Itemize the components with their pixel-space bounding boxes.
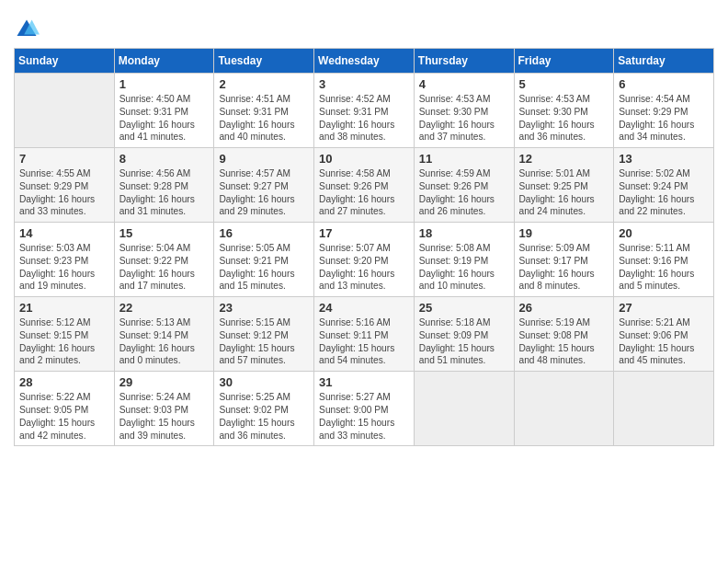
header-day-thursday: Thursday [414,49,514,74]
cell-content: Sunrise: 5:01 AM Sunset: 9:25 PM Dayligh… [519,167,610,218]
week-row-3: 14Sunrise: 5:03 AM Sunset: 9:23 PM Dayli… [15,223,714,297]
week-row-2: 7Sunrise: 4:55 AM Sunset: 9:29 PM Daylig… [15,148,714,223]
logo-icon [14,17,40,42]
day-number: 27 [619,301,710,315]
day-number: 28 [19,375,110,389]
cell-content: Sunrise: 4:54 AM Sunset: 9:29 PM Dayligh… [619,93,710,144]
day-number: 19 [519,226,610,240]
calendar-cell [514,372,614,446]
week-row-4: 21Sunrise: 5:12 AM Sunset: 9:15 PM Dayli… [15,297,714,372]
calendar-cell: 14Sunrise: 5:03 AM Sunset: 9:23 PM Dayli… [15,223,115,297]
day-number: 29 [119,375,210,389]
calendar-cell: 8Sunrise: 4:56 AM Sunset: 9:28 PM Daylig… [114,148,214,223]
calendar-cell [414,372,514,446]
day-number: 5 [519,77,610,91]
header-day-friday: Friday [514,49,614,74]
calendar-cell: 29Sunrise: 5:24 AM Sunset: 9:03 PM Dayli… [114,372,214,446]
calendar-cell: 13Sunrise: 5:02 AM Sunset: 9:24 PM Dayli… [614,148,714,223]
cell-content: Sunrise: 5:05 AM Sunset: 9:21 PM Dayligh… [219,242,310,293]
day-number: 21 [19,301,110,315]
calendar-cell: 1Sunrise: 4:50 AM Sunset: 9:31 PM Daylig… [114,74,214,148]
cell-content: Sunrise: 5:21 AM Sunset: 9:06 PM Dayligh… [619,316,710,367]
day-number: 6 [619,77,710,91]
calendar-cell: 26Sunrise: 5:19 AM Sunset: 9:08 PM Dayli… [514,297,614,372]
day-number: 8 [119,152,210,166]
cell-content: Sunrise: 4:50 AM Sunset: 9:31 PM Dayligh… [119,93,210,144]
day-number: 18 [419,226,510,240]
week-row-1: 1Sunrise: 4:50 AM Sunset: 9:31 PM Daylig… [15,74,714,148]
logo [14,17,43,42]
header-day-monday: Monday [114,49,214,74]
day-number: 10 [319,152,410,166]
calendar-cell: 12Sunrise: 5:01 AM Sunset: 9:25 PM Dayli… [514,148,614,223]
cell-content: Sunrise: 5:07 AM Sunset: 9:20 PM Dayligh… [319,242,410,293]
day-number: 4 [419,77,510,91]
cell-content: Sunrise: 5:04 AM Sunset: 9:22 PM Dayligh… [119,242,210,293]
calendar-cell: 30Sunrise: 5:25 AM Sunset: 9:02 PM Dayli… [214,372,314,446]
day-number: 16 [219,226,310,240]
header-row: SundayMondayTuesdayWednesdayThursdayFrid… [15,49,714,74]
header-day-sunday: Sunday [15,49,115,74]
day-number: 12 [519,152,610,166]
day-number: 15 [119,226,210,240]
cell-content: Sunrise: 5:09 AM Sunset: 9:17 PM Dayligh… [519,242,610,293]
cell-content: Sunrise: 5:22 AM Sunset: 9:05 PM Dayligh… [19,391,110,442]
day-number: 30 [219,375,310,389]
calendar-cell: 5Sunrise: 4:53 AM Sunset: 9:30 PM Daylig… [514,74,614,148]
cell-content: Sunrise: 5:24 AM Sunset: 9:03 PM Dayligh… [119,391,210,442]
calendar-cell: 4Sunrise: 4:53 AM Sunset: 9:30 PM Daylig… [414,74,514,148]
calendar-cell: 9Sunrise: 4:57 AM Sunset: 9:27 PM Daylig… [214,148,314,223]
cell-content: Sunrise: 5:27 AM Sunset: 9:00 PM Dayligh… [319,391,410,442]
cell-content: Sunrise: 4:52 AM Sunset: 9:31 PM Dayligh… [319,93,410,144]
cell-content: Sunrise: 4:59 AM Sunset: 9:26 PM Dayligh… [419,167,510,218]
cell-content: Sunrise: 4:53 AM Sunset: 9:30 PM Dayligh… [519,93,610,144]
day-number: 1 [119,77,210,91]
cell-content: Sunrise: 4:56 AM Sunset: 9:28 PM Dayligh… [119,167,210,218]
week-row-5: 28Sunrise: 5:22 AM Sunset: 9:05 PM Dayli… [15,372,714,446]
day-number: 2 [219,77,310,91]
calendar-cell: 27Sunrise: 5:21 AM Sunset: 9:06 PM Dayli… [614,297,714,372]
calendar-cell: 20Sunrise: 5:11 AM Sunset: 9:16 PM Dayli… [614,223,714,297]
calendar-cell: 22Sunrise: 5:13 AM Sunset: 9:14 PM Dayli… [114,297,214,372]
day-number: 17 [319,226,410,240]
cell-content: Sunrise: 5:19 AM Sunset: 9:08 PM Dayligh… [519,316,610,367]
cell-content: Sunrise: 4:55 AM Sunset: 9:29 PM Dayligh… [19,167,110,218]
cell-content: Sunrise: 5:15 AM Sunset: 9:12 PM Dayligh… [219,316,310,367]
header-day-saturday: Saturday [614,49,714,74]
cell-content: Sunrise: 5:08 AM Sunset: 9:19 PM Dayligh… [419,242,510,293]
calendar-cell: 11Sunrise: 4:59 AM Sunset: 9:26 PM Dayli… [414,148,514,223]
calendar-table: SundayMondayTuesdayWednesdayThursdayFrid… [14,48,714,446]
cell-content: Sunrise: 5:03 AM Sunset: 9:23 PM Dayligh… [19,242,110,293]
calendar-cell: 2Sunrise: 4:51 AM Sunset: 9:31 PM Daylig… [214,74,314,148]
calendar-cell: 18Sunrise: 5:08 AM Sunset: 9:19 PM Dayli… [414,223,514,297]
calendar-cell: 25Sunrise: 5:18 AM Sunset: 9:09 PM Dayli… [414,297,514,372]
calendar-body: 1Sunrise: 4:50 AM Sunset: 9:31 PM Daylig… [15,74,714,446]
calendar-cell: 28Sunrise: 5:22 AM Sunset: 9:05 PM Dayli… [15,372,115,446]
cell-content: Sunrise: 5:25 AM Sunset: 9:02 PM Dayligh… [219,391,310,442]
calendar-cell: 23Sunrise: 5:15 AM Sunset: 9:12 PM Dayli… [214,297,314,372]
calendar-cell: 31Sunrise: 5:27 AM Sunset: 9:00 PM Dayli… [314,372,415,446]
cell-content: Sunrise: 4:53 AM Sunset: 9:30 PM Dayligh… [419,93,510,144]
day-number: 11 [419,152,510,166]
calendar-cell: 19Sunrise: 5:09 AM Sunset: 9:17 PM Dayli… [514,223,614,297]
day-number: 20 [619,226,710,240]
day-number: 7 [19,152,110,166]
calendar-cell: 6Sunrise: 4:54 AM Sunset: 9:29 PM Daylig… [614,74,714,148]
calendar-cell: 17Sunrise: 5:07 AM Sunset: 9:20 PM Dayli… [314,223,415,297]
cell-content: Sunrise: 5:02 AM Sunset: 9:24 PM Dayligh… [619,167,710,218]
day-number: 24 [319,301,410,315]
calendar-cell: 7Sunrise: 4:55 AM Sunset: 9:29 PM Daylig… [15,148,115,223]
day-number: 25 [419,301,510,315]
day-number: 13 [619,152,710,166]
calendar-cell: 3Sunrise: 4:52 AM Sunset: 9:31 PM Daylig… [314,74,415,148]
day-number: 26 [519,301,610,315]
calendar-cell [614,372,714,446]
header-day-tuesday: Tuesday [214,49,314,74]
cell-content: Sunrise: 5:13 AM Sunset: 9:14 PM Dayligh… [119,316,210,367]
day-number: 3 [319,77,410,91]
calendar-cell: 21Sunrise: 5:12 AM Sunset: 9:15 PM Dayli… [15,297,115,372]
cell-content: Sunrise: 4:58 AM Sunset: 9:26 PM Dayligh… [319,167,410,218]
calendar-cell: 15Sunrise: 5:04 AM Sunset: 9:22 PM Dayli… [114,223,214,297]
day-number: 9 [219,152,310,166]
page-header [14,9,714,42]
